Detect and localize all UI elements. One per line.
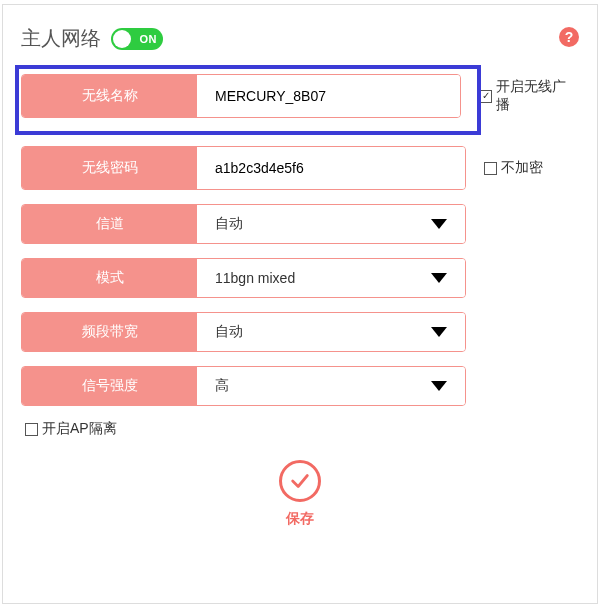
row-ssid: 无线名称 ✓ 开启无线广播 xyxy=(21,74,579,118)
row-strength: 信号强度 高 xyxy=(21,366,579,406)
wifi-toggle[interactable]: ON xyxy=(111,28,163,50)
strength-select[interactable]: 高 xyxy=(197,367,465,405)
check-icon xyxy=(289,470,311,492)
row-password: 无线密码 不加密 xyxy=(21,146,579,190)
row-main-strength: 信号强度 高 xyxy=(21,366,466,406)
ap-isolation-checkbox[interactable] xyxy=(25,423,38,436)
noencrypt-checkbox-wrap[interactable]: 不加密 xyxy=(484,159,543,177)
label-channel: 信道 xyxy=(22,205,197,243)
header: 主人网络 ON ? xyxy=(21,25,579,52)
row-main-channel: 信道 自动 xyxy=(21,204,466,244)
save-label: 保存 xyxy=(21,510,579,528)
bandwidth-select[interactable]: 自动 xyxy=(197,313,465,351)
mode-value: 11bgn mixed xyxy=(215,270,295,286)
main-panel: 主人网络 ON ? 无线名称 ✓ 开启无线广播 无线密码 xyxy=(2,4,598,604)
value-ssid[interactable] xyxy=(197,75,460,117)
noencrypt-label: 不加密 xyxy=(501,159,543,177)
row-main-bandwidth: 频段带宽 自动 xyxy=(21,312,466,352)
row-main-mode: 模式 11bgn mixed xyxy=(21,258,466,298)
toggle-label: ON xyxy=(140,33,158,45)
page-title: 主人网络 xyxy=(21,25,101,52)
label-password: 无线密码 xyxy=(22,147,197,189)
label-strength: 信号强度 xyxy=(22,367,197,405)
row-main-password: 无线密码 xyxy=(21,146,466,190)
ap-isolation-label: 开启AP隔离 xyxy=(42,420,117,438)
save-button[interactable] xyxy=(279,460,321,502)
ap-isolation-checkbox-wrap[interactable]: 开启AP隔离 xyxy=(25,420,579,438)
password-input[interactable] xyxy=(215,160,465,176)
row-bandwidth: 频段带宽 自动 xyxy=(21,312,579,352)
broadcast-checkbox[interactable]: ✓ xyxy=(479,90,492,103)
ssid-input[interactable] xyxy=(215,88,460,104)
row-mode: 模式 11bgn mixed xyxy=(21,258,579,298)
row-channel: 信道 自动 xyxy=(21,204,579,244)
channel-value: 自动 xyxy=(215,215,243,233)
chevron-down-icon xyxy=(431,327,447,337)
chevron-down-icon xyxy=(431,273,447,283)
row-main-ssid: 无线名称 xyxy=(21,74,461,118)
toggle-knob xyxy=(113,30,131,48)
label-mode: 模式 xyxy=(22,259,197,297)
noencrypt-checkbox[interactable] xyxy=(484,162,497,175)
mode-select[interactable]: 11bgn mixed xyxy=(197,259,465,297)
strength-value: 高 xyxy=(215,377,229,395)
label-bandwidth: 频段带宽 xyxy=(22,313,197,351)
form-rows: 无线名称 ✓ 开启无线广播 无线密码 不加密 xyxy=(21,74,579,438)
chevron-down-icon xyxy=(431,381,447,391)
help-icon[interactable]: ? xyxy=(559,27,579,47)
chevron-down-icon xyxy=(431,219,447,229)
broadcast-label: 开启无线广播 xyxy=(496,78,579,114)
label-ssid: 无线名称 xyxy=(22,75,197,117)
bandwidth-value: 自动 xyxy=(215,323,243,341)
broadcast-checkbox-wrap[interactable]: ✓ 开启无线广播 xyxy=(479,78,579,114)
save-area: 保存 xyxy=(21,460,579,528)
channel-select[interactable]: 自动 xyxy=(197,205,465,243)
value-password[interactable] xyxy=(197,147,465,189)
